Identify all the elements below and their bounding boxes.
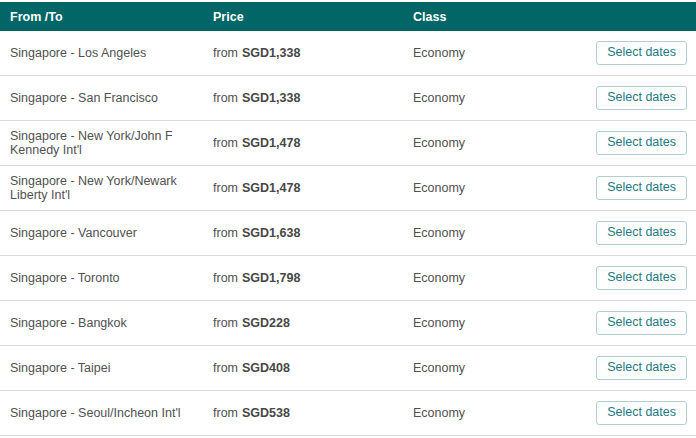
select-dates-button[interactable]: Select dates xyxy=(596,356,687,380)
table-row: Singapore - San Francisco fromSGD1,338 E… xyxy=(0,76,696,121)
price-label: fromSGD538 xyxy=(213,406,413,420)
table-row: Singapore - New York/Newark Liberty Int'… xyxy=(0,166,696,211)
table-row: Singapore - Toronto fromSGD1,798 Economy… xyxy=(0,256,696,301)
price-prefix: from xyxy=(213,316,238,330)
price-amount: SGD1,798 xyxy=(242,271,300,285)
action-cell: Select dates xyxy=(596,266,696,290)
action-cell: Select dates xyxy=(596,86,696,110)
price-prefix: from xyxy=(213,361,238,375)
select-dates-button[interactable]: Select dates xyxy=(596,131,687,155)
select-dates-button[interactable]: Select dates xyxy=(596,401,687,425)
price-amount: SGD1,478 xyxy=(242,136,300,150)
action-cell: Select dates xyxy=(596,131,696,155)
table-row: Singapore - Los Angeles fromSGD1,338 Eco… xyxy=(0,31,696,76)
class-label: Economy xyxy=(413,406,596,420)
select-dates-button[interactable]: Select dates xyxy=(596,41,687,65)
class-label: Economy xyxy=(413,136,596,150)
price-amount: SGD408 xyxy=(242,361,290,375)
price-prefix: from xyxy=(213,226,238,240)
price-amount: SGD1,338 xyxy=(242,91,300,105)
select-dates-button[interactable]: Select dates xyxy=(596,176,687,200)
class-label: Economy xyxy=(413,316,596,330)
select-dates-button[interactable]: Select dates xyxy=(596,221,687,245)
price-label: fromSGD1,798 xyxy=(213,271,413,285)
price-prefix: from xyxy=(213,91,238,105)
route-label: Singapore - Seoul/Incheon Int'l xyxy=(0,406,213,420)
column-header-price: Price xyxy=(213,10,413,24)
route-label: Singapore - Vancouver xyxy=(0,226,213,240)
action-cell: Select dates xyxy=(596,176,696,200)
action-cell: Select dates xyxy=(596,41,696,65)
action-cell: Select dates xyxy=(596,311,696,335)
table-header-row: From /To Price Class xyxy=(0,2,696,31)
price-amount: SGD1,478 xyxy=(242,181,300,195)
action-cell: Select dates xyxy=(596,401,696,425)
class-label: Economy xyxy=(413,361,596,375)
select-dates-button[interactable]: Select dates xyxy=(596,311,687,335)
route-label: Singapore - New York/Newark Liberty Int'… xyxy=(0,174,213,202)
price-prefix: from xyxy=(213,136,238,150)
action-cell: Select dates xyxy=(596,221,696,245)
select-dates-button[interactable]: Select dates xyxy=(596,86,687,110)
route-label: Singapore - Los Angeles xyxy=(0,46,213,60)
route-label: Singapore - Taipei xyxy=(0,361,213,375)
price-label: fromSGD228 xyxy=(213,316,413,330)
route-label: Singapore - Toronto xyxy=(0,271,213,285)
class-label: Economy xyxy=(413,226,596,240)
class-label: Economy xyxy=(413,181,596,195)
action-cell: Select dates xyxy=(596,356,696,380)
table-row: Singapore - Seoul/Incheon Int'l fromSGD5… xyxy=(0,391,696,436)
price-prefix: from xyxy=(213,271,238,285)
table-body: Singapore - Los Angeles fromSGD1,338 Eco… xyxy=(0,31,696,436)
price-prefix: from xyxy=(213,181,238,195)
price-label: fromSGD408 xyxy=(213,361,413,375)
price-amount: SGD228 xyxy=(242,316,290,330)
price-label: fromSGD1,338 xyxy=(213,91,413,105)
table-row: Singapore - New York/John F Kennedy Int'… xyxy=(0,121,696,166)
route-label: Singapore - Bangkok xyxy=(0,316,213,330)
column-header-class: Class xyxy=(413,10,696,24)
select-dates-button[interactable]: Select dates xyxy=(596,266,687,290)
table-row: Singapore - Taipei fromSGD408 Economy Se… xyxy=(0,346,696,391)
price-label: fromSGD1,338 xyxy=(213,46,413,60)
price-label: fromSGD1,478 xyxy=(213,136,413,150)
table-row: Singapore - Bangkok fromSGD228 Economy S… xyxy=(0,301,696,346)
route-label: Singapore - New York/John F Kennedy Int'… xyxy=(0,129,213,157)
class-label: Economy xyxy=(413,91,596,105)
price-amount: SGD1,338 xyxy=(242,46,300,60)
route-label: Singapore - San Francisco xyxy=(0,91,213,105)
class-label: Economy xyxy=(413,271,596,285)
price-label: fromSGD1,638 xyxy=(213,226,413,240)
column-header-from-to: From /To xyxy=(0,10,213,24)
price-amount: SGD538 xyxy=(242,406,290,420)
table-row: Singapore - Vancouver fromSGD1,638 Econo… xyxy=(0,211,696,256)
fare-table: From /To Price Class Singapore - Los Ang… xyxy=(0,0,696,438)
price-prefix: from xyxy=(213,406,238,420)
price-label: fromSGD1,478 xyxy=(213,181,413,195)
class-label: Economy xyxy=(413,46,596,60)
price-amount: SGD1,638 xyxy=(242,226,300,240)
price-prefix: from xyxy=(213,46,238,60)
